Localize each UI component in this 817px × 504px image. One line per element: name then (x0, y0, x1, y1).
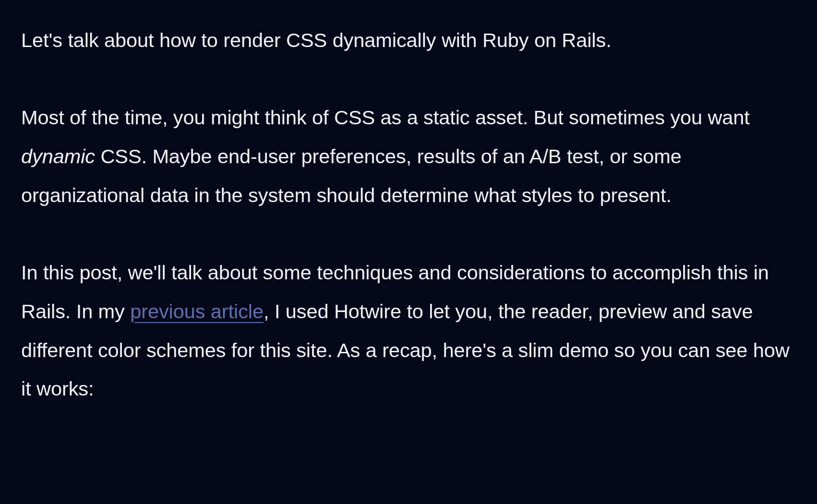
paragraph-text-before-em: Most of the time, you might think of CSS… (21, 106, 750, 129)
paragraph-text: Let's talk about how to render CSS dynam… (21, 29, 612, 51)
paragraph-text-after-em: CSS. Maybe end-user preferences, results… (21, 145, 682, 206)
paragraph-intro: Let's talk about how to render CSS dynam… (21, 21, 796, 60)
emphasis-dynamic: dynamic (21, 145, 95, 168)
previous-article-link[interactable]: previous article (130, 300, 264, 323)
paragraph-motivation: Most of the time, you might think of CSS… (21, 98, 796, 215)
article-body: Let's talk about how to render CSS dynam… (21, 21, 796, 408)
paragraph-overview: In this post, we'll talk about some tech… (21, 253, 796, 409)
